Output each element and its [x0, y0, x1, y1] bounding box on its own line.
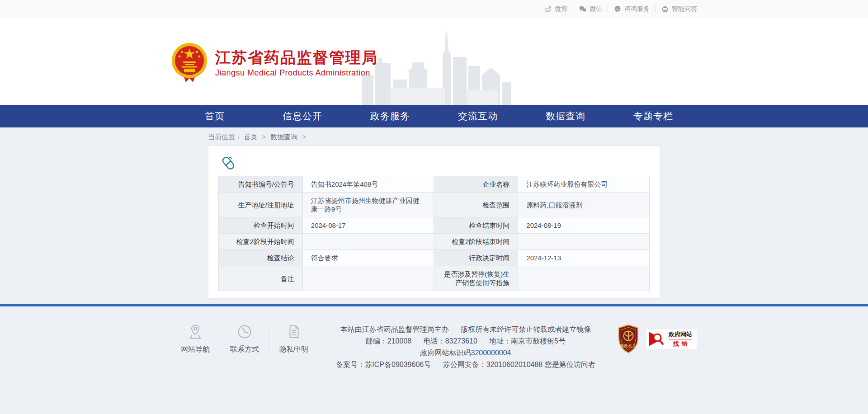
footer-link-label: 网站导航: [181, 345, 210, 354]
site-map-icon: [186, 323, 204, 341]
inspection-detail-table: 告知书编号/公告号 告知书2024年第408号 企业名称 江苏联环药业股份有限公…: [218, 176, 650, 291]
field-label: 是否涉及暂停(恢复)生产销售使用等措施: [434, 266, 518, 291]
footer-link-contact[interactable]: 联系方式: [220, 323, 269, 354]
breadcrumb-separator: >: [302, 133, 306, 141]
field-label: 检查2阶段结束时间: [434, 234, 518, 250]
breadcrumb-section-link[interactable]: 数据查询: [270, 133, 297, 141]
consult-service-link[interactable]: 咨询服务: [613, 5, 650, 13]
footer-copyright-text: 版权所有未经许可禁止转载或者建立镜像: [461, 324, 591, 335]
top-utility-bar: 微博 微信 咨询服务: [0, 0, 868, 18]
field-value: 江苏联环药业股份有限公司: [518, 176, 650, 193]
field-label: 检查2阶段开始时间: [219, 234, 303, 250]
table-row: 生产地址/注册地址 江苏省扬州市扬州生物健康产业园健康一路9号 检查范围 原料药…: [219, 193, 650, 217]
divider: [573, 6, 573, 12]
field-label: 备注: [219, 266, 303, 291]
site-error-report-badge[interactable]: 政府网站 找错: [646, 329, 697, 349]
footer-link-label: 联系方式: [230, 345, 259, 354]
table-row: 备注 是否涉及暂停(恢复)生产销售使用等措施: [219, 266, 650, 291]
field-label: 检查结束时间: [434, 217, 518, 234]
footer-icp-text: 备案号：苏ICP备09039606号: [336, 359, 431, 371]
divider: [655, 6, 656, 12]
breadcrumb-prefix: 当前位置：: [208, 133, 242, 141]
detail-panel: 告知书编号/公告号 告知书2024年第408号 企业名称 江苏联环药业股份有限公…: [208, 146, 660, 299]
phone-icon: [236, 323, 254, 341]
footer-info-line: 本站由江苏省药品监督管理局主办 版权所有未经许可禁止转载或者建立镜像: [318, 324, 613, 335]
main-content: 当前位置： 首页 > 数据查询 > 告知书编号/公告号 告知书2024年第408…: [0, 127, 868, 299]
field-value: [518, 266, 650, 291]
site-title: 江苏省药品监督管理局: [215, 48, 378, 66]
nav-item-home[interactable]: 首页: [171, 105, 259, 127]
consult-service-icon: [613, 5, 622, 13]
weibo-label: 微博: [555, 5, 567, 13]
table-row: 告知书编号/公告号 告知书2024年第408号 企业名称 江苏联环药业股份有限公…: [219, 176, 650, 193]
find-error-text: 政府网站 找错: [669, 330, 692, 348]
privacy-doc-icon: [285, 323, 303, 341]
field-value: 2024-12-13: [518, 250, 650, 266]
footer-link-sitemap[interactable]: 网站导航: [171, 323, 220, 354]
field-value: 符合要求: [302, 250, 434, 266]
table-row: 检查2阶段开始时间 检查2阶段结束时间: [219, 234, 650, 250]
nav-item-data-query[interactable]: 数据查询: [522, 105, 609, 127]
footer-host-text: 本站由江苏省药品监督管理局主办: [340, 324, 449, 335]
field-label: 告知书编号/公告号: [219, 176, 303, 193]
footer-info-line: 邮编：210008 电话：83273610 地址：南京市鼓楼街5号 政府网站标识…: [318, 335, 613, 359]
footer-link-privacy[interactable]: 隐私申明: [269, 323, 318, 354]
pill-icon: [220, 155, 236, 171]
field-value: [518, 234, 650, 250]
consult-service-label: 咨询服务: [624, 5, 650, 13]
main-nav: 首页 信息公开 政务服务 交流互动 数据查询 专题专栏: [0, 105, 868, 127]
breadcrumb-home-link[interactable]: 首页: [244, 133, 257, 141]
footer-badges: 党政机关 政府网站 找错: [618, 323, 697, 353]
smart-qa-link[interactable]: 智能问答: [661, 5, 697, 13]
footer-links: 网站导航 联系方式 隐私申明: [171, 323, 318, 354]
nav-item-info-disclosure[interactable]: 信息公开: [259, 105, 346, 127]
weibo-link[interactable]: 微博: [544, 5, 567, 13]
field-value: 2024-08-17: [302, 217, 434, 234]
site-subtitle: Jiangsu Medical Products Administration: [215, 68, 378, 78]
field-label: 企业名称: [434, 176, 518, 193]
breadcrumb-separator: >: [262, 133, 266, 141]
field-value: [302, 234, 434, 250]
field-label: 检查开始时间: [219, 217, 303, 234]
footer-address-text: 地址：南京市鼓楼街5号: [489, 335, 566, 347]
nav-item-interaction[interactable]: 交流互动: [434, 105, 522, 127]
site-header: 江苏省药品监督管理局 Jiangsu Medical Products Admi…: [0, 18, 868, 105]
footer-info-line: 备案号：苏ICP备09039606号 苏公网安备：32010602010488 …: [318, 359, 613, 371]
footer-site-id-text: 政府网站标识码3200000004: [420, 347, 511, 359]
wechat-icon: [579, 5, 587, 13]
footer-postcode-text: 邮编：210008: [366, 335, 411, 347]
nav-item-special-topics[interactable]: 专题专栏: [609, 105, 697, 127]
party-gov-badge[interactable]: 党政机关: [618, 325, 639, 353]
divider: [608, 6, 608, 12]
footer-link-label: 隐私申明: [279, 345, 308, 354]
field-value: [302, 266, 434, 291]
field-label: 检查结论: [219, 250, 303, 266]
shield-icon: [618, 325, 639, 353]
smart-qa-label: 智能问答: [672, 5, 697, 13]
field-value: 原料药,口服溶液剂: [518, 193, 650, 217]
find-error-bottom-label: 找错: [670, 340, 690, 348]
wechat-label: 微信: [590, 5, 602, 13]
site-footer: 网站导航 联系方式 隐私申明 本站由: [0, 306, 868, 414]
field-label: 检查范围: [434, 193, 518, 217]
field-value: 告知书2024年第408号: [302, 176, 434, 193]
weibo-icon: [544, 5, 552, 13]
breadcrumb: 当前位置： 首页 > 数据查询 >: [208, 133, 660, 142]
field-label: 行政决定时间: [434, 250, 518, 266]
nav-item-gov-services[interactable]: 政务服务: [346, 105, 434, 127]
site-logo: 江苏省药品监督管理局 Jiangsu Medical Products Admi…: [171, 42, 378, 83]
footer-info: 本站由江苏省药品监督管理局主办 版权所有未经许可禁止转载或者建立镜像 邮编：21…: [318, 323, 613, 371]
smart-qa-icon: [661, 5, 669, 13]
table-row: 检查开始时间 2024-08-17 检查结束时间 2024-08-19: [219, 217, 650, 234]
wechat-link[interactable]: 微信: [579, 5, 602, 13]
footer-security-record-text: 苏公网安备：32010602010488 您是第位访问者: [443, 359, 595, 371]
field-value: 2024-08-19: [518, 217, 650, 234]
find-error-top-label: 政府网站: [669, 330, 692, 339]
table-row: 检查结论 符合要求 行政决定时间 2024-12-13: [219, 250, 650, 266]
find-error-icon: [648, 330, 666, 348]
party-gov-badge-label: 党政机关: [618, 343, 639, 348]
national-emblem-icon: [171, 42, 208, 83]
field-label: 生产地址/注册地址: [219, 193, 303, 217]
field-value: 江苏省扬州市扬州生物健康产业园健康一路9号: [302, 193, 434, 217]
footer-phone-text: 电话：83273610: [424, 335, 477, 347]
